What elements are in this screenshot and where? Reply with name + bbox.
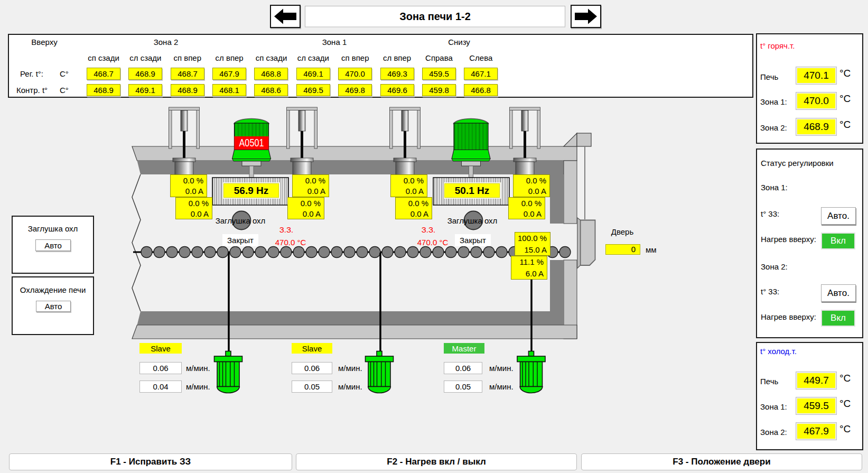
svg-text:A0501: A0501	[239, 137, 264, 149]
